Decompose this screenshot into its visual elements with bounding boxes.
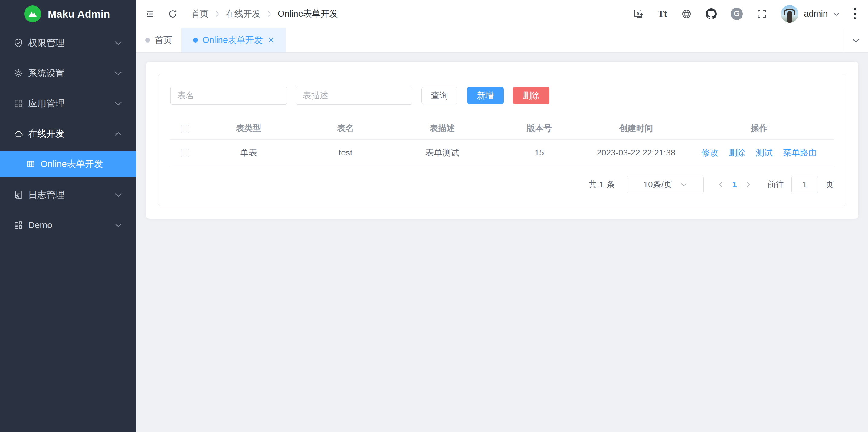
close-icon[interactable]: ×: [268, 35, 274, 45]
sidebar-item-label: Demo: [28, 220, 52, 230]
sidebar-menu: 权限管理 系统设置 应用管理: [0, 28, 136, 240]
log-doc-icon: [13, 190, 23, 200]
sidebar-item-demo[interactable]: Demo: [0, 210, 136, 240]
demo-grid-icon: [13, 220, 23, 230]
cell-operations: 修改 删除 测试 菜单路由: [685, 140, 834, 166]
app-grid-icon: [13, 99, 23, 108]
test-link[interactable]: 测试: [756, 148, 773, 157]
column-header-created: 创建时间: [588, 117, 684, 140]
search-button[interactable]: 查询: [422, 87, 458, 104]
gitee-icon[interactable]: G: [731, 8, 743, 20]
translate-icon[interactable]: A: [633, 8, 644, 19]
query-form: 查询 新增 删除: [170, 87, 834, 105]
cloud-icon: [13, 129, 23, 138]
chevron-down-icon: [680, 182, 687, 187]
delete-button[interactable]: 删除: [513, 87, 550, 104]
svg-text:A: A: [636, 11, 640, 16]
sidebar-item-online-form-dev[interactable]: Online表单开发: [0, 151, 136, 177]
sidebar-item-label: 应用管理: [28, 97, 64, 110]
column-header-ops: 操作: [685, 117, 834, 140]
add-button[interactable]: 新增: [467, 87, 504, 104]
chevron-down-icon: [114, 40, 122, 45]
select-all-checkbox[interactable]: [181, 125, 189, 133]
sidebar-item-label: 系统设置: [28, 67, 64, 80]
chevron-down-icon: [852, 37, 860, 43]
tab-bar: 首页 Online表单开发 ×: [136, 28, 868, 53]
sidebar-item-label: 权限管理: [28, 37, 64, 49]
breadcrumb-home[interactable]: 首页: [191, 8, 209, 20]
pagination: 共 1 条 10条/页 1 前往: [170, 176, 834, 193]
tab-options-dropdown[interactable]: [843, 28, 868, 52]
goto-label: 前往: [767, 179, 784, 190]
github-icon[interactable]: [706, 8, 717, 19]
kebab-menu-icon[interactable]: [854, 8, 856, 19]
table-icon: [26, 159, 35, 168]
avatar[interactable]: [781, 5, 798, 23]
chevron-down-icon: [114, 71, 122, 75]
sidebar-collapse-icon[interactable]: [145, 8, 156, 19]
chevron-right-icon: [215, 10, 220, 18]
tab-home[interactable]: 首页: [136, 28, 182, 52]
table-card: 查询 新增 删除 表类型 表名 表描述: [158, 74, 846, 206]
sidebar: Maku Admin 权限管理 系统设置 应用管理: [0, 0, 136, 432]
cell-table-name: test: [297, 140, 394, 166]
next-page-icon[interactable]: [741, 181, 755, 188]
logo-mountain-icon: [24, 5, 41, 22]
gear-icon: [13, 68, 23, 78]
fullscreen-icon[interactable]: [757, 9, 767, 19]
total-count: 共 1 条: [588, 179, 615, 190]
breadcrumb: 首页 在线开发 Online表单开发: [191, 8, 338, 20]
table-name-input[interactable]: [170, 87, 287, 105]
shield-check-icon: [13, 38, 23, 48]
row-checkbox[interactable]: [181, 149, 189, 157]
page-number-1[interactable]: 1: [728, 180, 741, 189]
top-header: 首页 在线开发 Online表单开发 A Tt G: [136, 0, 868, 28]
page-size-select[interactable]: 10条/页: [627, 176, 704, 193]
breadcrumb-online-dev[interactable]: 在线开发: [226, 8, 261, 20]
prev-page-icon[interactable]: [714, 181, 728, 188]
page-size-value: 10条/页: [644, 179, 672, 190]
tab-online-form-dev[interactable]: Online表单开发 ×: [182, 28, 286, 52]
tab-dot: [193, 38, 198, 43]
page-unit-label: 页: [825, 179, 834, 190]
sidebar-item-permissions[interactable]: 权限管理: [0, 28, 136, 58]
edit-link[interactable]: 修改: [702, 148, 718, 157]
column-header-desc: 表描述: [394, 117, 491, 140]
tab-label: Online表单开发: [203, 34, 263, 46]
sidebar-item-log-management[interactable]: 日志管理: [0, 180, 136, 210]
sidebar-item-online-dev[interactable]: 在线开发: [0, 119, 136, 149]
goto-page-input[interactable]: [792, 176, 818, 193]
sidebar-item-system-settings[interactable]: 系统设置: [0, 58, 136, 88]
sidebar-item-app-management[interactable]: 应用管理: [0, 88, 136, 119]
globe-icon[interactable]: [681, 8, 692, 19]
chevron-down-icon: [114, 192, 122, 197]
sidebar-item-label: 在线开发: [28, 128, 64, 140]
cell-table-desc: 表单测试: [394, 140, 491, 166]
chevron-up-icon: [114, 131, 122, 136]
breadcrumb-current: Online表单开发: [278, 8, 338, 20]
menu-route-link[interactable]: 菜单路由: [783, 148, 817, 157]
cell-table-type: 单表: [200, 140, 297, 166]
column-header-version: 版本号: [491, 117, 588, 140]
page-card: 查询 新增 删除 表类型 表名 表描述: [146, 62, 858, 219]
user-menu[interactable]: admin: [804, 9, 840, 19]
chevron-down-icon: [114, 101, 122, 106]
tab-dot: [145, 38, 150, 43]
table-header-row: 表类型 表名 表描述 版本号 创建时间 操作: [170, 117, 834, 140]
chevron-right-icon: [267, 10, 272, 18]
cell-version: 15: [491, 140, 588, 166]
sidebar-item-label: 日志管理: [28, 189, 64, 201]
font-size-icon[interactable]: Tt: [658, 8, 667, 19]
header-actions: A Tt G admin: [633, 5, 856, 23]
cell-created-time: 2023-03-22 22:21:38: [588, 140, 684, 166]
sidebar-item-label: Online表单开发: [40, 158, 103, 170]
table-desc-input[interactable]: [296, 87, 412, 105]
chevron-down-icon: [833, 11, 840, 16]
delete-link[interactable]: 删除: [728, 148, 745, 157]
table-row: 单表 test 表单测试 15 2023-03-22 22:21:38 修改 删…: [170, 140, 834, 166]
username: admin: [804, 9, 828, 19]
refresh-icon[interactable]: [167, 9, 178, 19]
app-logo[interactable]: Maku Admin: [0, 0, 136, 28]
main-area: 首页 在线开发 Online表单开发 A Tt G: [136, 0, 868, 432]
gitee-letter: G: [734, 9, 740, 19]
